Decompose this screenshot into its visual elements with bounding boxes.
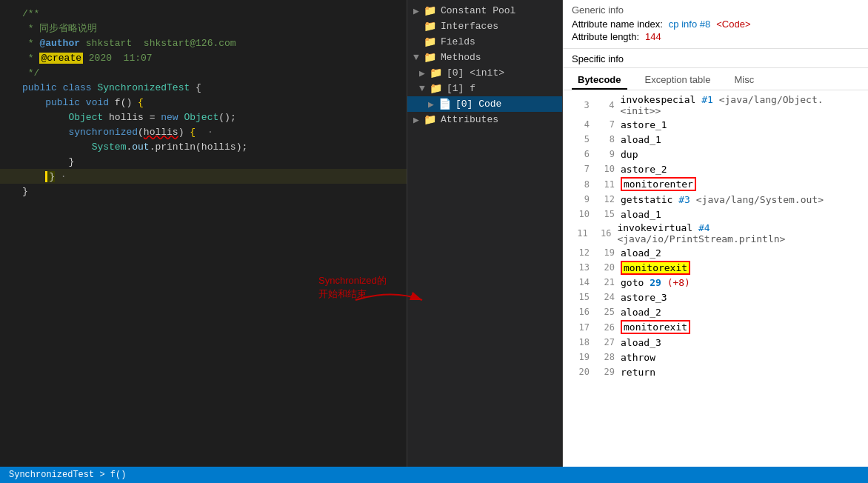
bc-instr: getstatic #3 <java/lang/System.out> — [621, 194, 824, 205]
bc-linenum: 19 — [569, 352, 590, 362]
bc-linenum: 7 — [569, 164, 590, 174]
code-text: System.out.println(hollis); — [22, 141, 401, 153]
folder-icon: 📁 — [424, 36, 436, 48]
code-editor: /** * 同步省略说明 * @author shkstart shkstart… — [0, 0, 407, 467]
bc-offset: 16 — [592, 228, 612, 239]
expand-icon: ▶ — [428, 99, 437, 110]
bytecode-row: 19 28 athrow — [563, 350, 868, 364]
file-tree-panel: ▶ 📁 Constant Pool 📁 Interfaces 📁 Fields … — [407, 0, 563, 467]
bytecode-row: 9 12 getstatic #3 <java/lang/System.out> — [563, 192, 868, 207]
main-content: /** * 同步省略说明 * @author shkstart shkstart… — [0, 0, 868, 467]
bytecode-row: 18 27 aload_3 — [563, 335, 868, 350]
bc-offset: 28 — [594, 352, 615, 362]
tree-item-constant-pool[interactable]: ▶ 📁 Constant Pool — [407, 3, 562, 19]
bc-instr: aload_2 — [621, 247, 661, 259]
attr-name-row: Attribute name index: cp info #8 <Code> — [572, 19, 859, 30]
expand-icon: ▼ — [419, 83, 428, 94]
attr-name-value[interactable]: cp info #8 — [669, 19, 710, 30]
generic-info-section: Generic info Attribute name index: cp in… — [563, 0, 868, 49]
bytecode-row: 6 9 dup — [563, 147, 868, 161]
tree-label: Constant Pool — [441, 5, 515, 16]
bc-linenum: 17 — [569, 322, 590, 333]
bc-linenum: 5 — [569, 134, 590, 144]
specific-info-title: Specific info — [563, 49, 868, 68]
attr-length-value: 144 — [645, 31, 661, 42]
bc-instr: athrow — [621, 352, 655, 363]
status-bar: SynchronizedTest > f() — [0, 467, 868, 483]
bc-linenum: 20 — [569, 367, 590, 377]
bc-linenum: 3 — [569, 100, 590, 110]
bc-offset: 26 — [594, 322, 615, 333]
tree-item-code[interactable]: ▶ 📄 [0] Code — [407, 96, 562, 112]
bc-instr: astore_1 — [621, 119, 667, 130]
bytecode-row: 3 4 invokespecial #1 <java/lang/Object.<… — [563, 93, 868, 117]
bc-offset: 20 — [594, 262, 615, 273]
expand-icon: ▼ — [413, 52, 422, 63]
bc-instr: astore_2 — [621, 164, 667, 175]
tree-item-init[interactable]: ▶ 📁 [0] <init> — [407, 65, 562, 81]
bc-offset: 11 — [594, 179, 615, 190]
tab-exception-table[interactable]: Exception table — [639, 71, 717, 90]
bc-linenum: 8 — [569, 179, 590, 190]
expand-icon — [413, 36, 422, 47]
tab-bytecode[interactable]: Bytecode — [572, 71, 627, 90]
bytecode-panel: Generic info Attribute name index: cp in… — [563, 0, 868, 467]
tree-item-interfaces[interactable]: 📁 Interfaces — [407, 19, 562, 34]
annotation-arrow — [348, 282, 430, 319]
bc-offset: 8 — [594, 134, 615, 144]
attr-name-type: <Code> — [716, 19, 750, 30]
bytecode-row: 15 24 astore_3 — [563, 290, 868, 304]
tree-item-attributes[interactable]: ▶ 📁 Attributes — [407, 112, 562, 127]
attr-length-row: Attribute length: 144 — [572, 31, 859, 42]
bc-instr: aload_1 — [621, 209, 661, 220]
tree-item-methods[interactable]: ▼ 📁 Methods — [407, 50, 562, 65]
bytecode-row: 5 8 aload_1 — [563, 132, 868, 147]
bc-instr: aload_2 — [621, 307, 661, 318]
bc-linenum: 15 — [569, 292, 590, 302]
expand-icon: ▶ — [419, 67, 428, 79]
bc-instr: invokevirtual #4 <java/io/PrintStream.pr… — [617, 222, 862, 244]
bytecode-row: 7 10 astore_2 — [563, 161, 868, 176]
folder-icon: 📁 — [424, 4, 436, 17]
folder-icon: 📁 — [424, 20, 436, 33]
bc-instr: aload_1 — [621, 134, 661, 145]
code-text: Object hollis = new Object(); — [22, 112, 401, 123]
tree-item-fields[interactable]: 📁 Fields — [407, 34, 562, 50]
bc-linenum: 11 — [569, 228, 588, 239]
code-text: public class SynchronizedTest { — [22, 82, 401, 93]
tree-label: Fields — [441, 36, 475, 47]
bc-linenum: 13 — [569, 262, 590, 273]
bc-offset: 10 — [594, 164, 615, 174]
bc-offset: 12 — [594, 194, 615, 204]
bc-offset: 25 — [594, 307, 615, 317]
expand-icon: ▶ — [413, 5, 422, 17]
code-line: System.out.println(hollis); — [0, 139, 407, 154]
code-line: public class SynchronizedTest { — [0, 80, 407, 95]
bc-linenum: 18 — [569, 337, 590, 347]
bc-offset: 9 — [594, 149, 615, 159]
expand-icon — [413, 21, 422, 32]
tree-label: Methods — [441, 52, 481, 63]
bc-linenum: 4 — [569, 119, 590, 130]
bc-offset: 7 — [594, 119, 615, 130]
code-line: } — [0, 184, 407, 199]
code-line: Object hollis = new Object(); — [0, 110, 407, 124]
monitorenter-highlight: monitorenter — [621, 177, 696, 191]
file-icon: 📄 — [438, 98, 451, 110]
tree-item-f[interactable]: ▼ 📁 [1] f — [407, 81, 562, 96]
code-line: */ — [0, 65, 407, 80]
bytecode-row: 16 25 aload_2 — [563, 304, 868, 319]
folder-icon: 📁 — [430, 82, 442, 95]
code-line: } · — [0, 169, 407, 184]
code-text: * @create 2020 11:07 — [22, 53, 401, 64]
bc-offset: 15 — [594, 209, 615, 219]
generic-info-title: Generic info — [572, 4, 859, 16]
tab-misc[interactable]: Misc — [728, 71, 760, 90]
tree-label: Interfaces — [441, 21, 498, 32]
code-line: public void f() { — [0, 95, 407, 110]
bc-linenum: 6 — [569, 149, 590, 159]
bytecode-row: 12 19 aload_2 — [563, 245, 868, 260]
bc-instr: return — [621, 367, 655, 378]
bc-linenum: 12 — [569, 247, 590, 258]
tree-label: [0] Code — [455, 99, 501, 110]
